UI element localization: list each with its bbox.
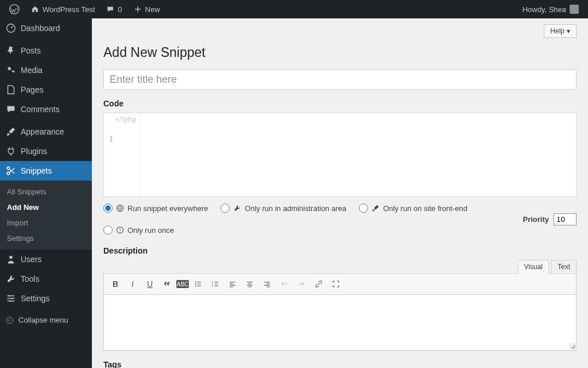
clock-icon [116,226,124,234]
priority-field: Priority [523,213,577,225]
priority-input[interactable] [554,213,577,225]
svg-point-13 [195,283,196,285]
howdy-text: Howdy, Shea [523,5,566,14]
admin-toolbar-left: WordPress Test 0 New [5,0,165,18]
snippet-title-input[interactable] [103,70,577,90]
sidebar-item-label: Plugins [21,147,47,156]
editor-toolbar: B I U ABC 123 [104,274,576,295]
svg-point-3 [7,167,10,170]
redo-button[interactable] [293,276,310,292]
link-button[interactable] [311,276,327,292]
user-icon [6,254,16,264]
italic-button[interactable]: I [125,276,141,292]
user-greeting[interactable]: Howdy, Shea [518,0,583,18]
strikethrough-button[interactable]: ABC [176,280,189,288]
sidebar-item-media[interactable]: Media [0,60,92,80]
scope-radio-everywhere[interactable] [103,204,113,213]
blockquote-button[interactable] [159,276,175,292]
align-center-button[interactable] [242,276,258,292]
tab-text[interactable]: Text [551,260,577,274]
scope-frontend[interactable]: Only run on site front-end [359,204,467,213]
collapse-label: Collapse menu [18,316,68,324]
underline-button[interactable]: U [142,276,158,292]
sidebar-item-pages[interactable]: Pages [0,80,92,99]
fullscreen-button[interactable] [328,276,344,292]
plug-icon [6,146,16,156]
scope-once[interactable]: Only run once [103,225,174,235]
align-left-button[interactable] [225,276,241,292]
bold-button[interactable]: B [107,276,123,292]
help-tab[interactable]: Help ▾ [544,24,577,38]
quote-icon [163,280,171,288]
code-editor[interactable]: <?php 1 [103,113,577,197]
plus-icon [134,5,142,13]
sidebar-item-label: Snippets [21,166,52,175]
new-content-link[interactable]: New [129,0,165,18]
scope-everywhere[interactable]: Run snippet everywhere [103,204,208,213]
site-name-link[interactable]: WordPress Test [26,0,99,18]
sidebar-item-label: Users [21,255,42,264]
submenu-settings[interactable]: Settings [0,231,92,246]
tags-heading: Tags [103,360,577,368]
scope-label: Only run once [127,226,174,235]
description-body[interactable] [104,295,576,350]
scope-label: Only run on site front-end [383,204,467,213]
line-number: 1 [104,124,115,145]
sidebar-item-snippets[interactable]: Snippets [0,161,92,181]
scope-admin[interactable]: Only run in administration area [220,204,346,213]
align-center-icon [246,280,254,288]
sidebar-item-tools[interactable]: Tools [0,269,92,289]
submenu-add-new[interactable]: Add New [0,200,92,215]
svg-point-7 [11,298,13,300]
svg-point-8 [10,300,11,302]
sidebar-item-comments[interactable]: Comments [0,99,92,119]
sidebar-item-label: Media [21,66,42,75]
svg-point-9 [6,317,13,323]
sidebar-item-label: Posts [21,46,41,55]
submenu-import[interactable]: Import [0,215,92,231]
sidebar-item-users[interactable]: Users [0,250,92,269]
collapse-menu[interactable]: Collapse menu [0,311,92,329]
help-label: Help [550,27,564,35]
sidebar-item-label: Dashboard [21,24,60,33]
list-ul-icon [194,280,202,288]
wp-logo[interactable] [5,0,24,18]
dashboard-icon [6,23,16,33]
home-icon [31,5,39,13]
redo-icon [297,280,305,288]
description-editor: B I U ABC 123 [103,273,577,351]
sidebar-item-label: Comments [21,105,60,114]
undo-button[interactable] [276,276,292,292]
svg-point-4 [7,172,10,175]
list-ol-icon: 123 [211,280,219,288]
collapse-icon [6,316,14,324]
code-gutter-block: <?php 1 [104,113,140,196]
sidebar-item-plugins[interactable]: Plugins [0,141,92,161]
new-label: New [145,5,160,14]
align-right-button[interactable] [259,276,275,292]
svg-point-2 [8,67,11,70]
bullet-list-button[interactable] [190,276,206,292]
comment-icon [106,5,114,13]
comments-link[interactable]: 0 [102,0,126,18]
code-area[interactable] [140,113,576,196]
tab-visual[interactable]: Visual [518,260,549,274]
scope-label: Only run in administration area [245,204,346,213]
sidebar-item-appearance[interactable]: Appearance [0,122,92,141]
scope-row: Run snippet everywhere Only run in admin… [103,197,577,237]
brush-icon [372,204,380,212]
scope-label: Run snippet everywhere [127,204,208,213]
sidebar-item-dashboard[interactable]: Dashboard [0,18,92,38]
sidebar-item-posts[interactable]: Posts [0,41,92,60]
content-header: Help ▾ [103,18,577,38]
scope-radio-admin[interactable] [220,204,230,213]
submenu-all-snippets[interactable]: All Snippets [0,184,92,200]
align-left-icon [229,280,237,288]
description-heading: Description [103,246,577,255]
site-name-text: WordPress Test [42,5,95,14]
globe-icon [116,204,124,212]
scope-radio-frontend[interactable] [359,204,368,213]
sidebar-item-settings[interactable]: Settings [0,289,92,308]
numbered-list-button[interactable]: 123 [207,276,223,292]
scope-radio-once[interactable] [103,225,113,235]
